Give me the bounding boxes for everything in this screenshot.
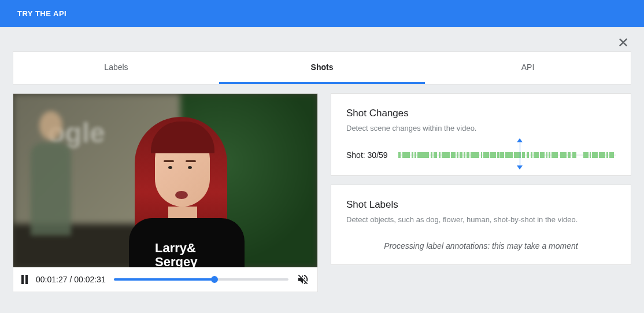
timeline-playhead[interactable]: [517, 138, 523, 170]
shot-segment: [499, 152, 504, 158]
shot-segment: [583, 152, 589, 158]
shot-segment: [414, 152, 416, 158]
shot-changes-desc: Detect scene changes within the video.: [346, 124, 616, 132]
tab-labels[interactable]: Labels: [13, 52, 219, 84]
shot-changes-title: Shot Changes: [346, 108, 616, 119]
shot-segment: [402, 152, 410, 158]
shot-segment: [572, 152, 577, 158]
shot-counter: Shot: 30/59: [346, 150, 388, 160]
shot-segment: [439, 152, 441, 158]
background-person: [25, 111, 77, 250]
shirt-text: Larry& Sergey: [155, 241, 197, 267]
shot-timeline-row: Shot: 30/59: [346, 149, 616, 161]
content-area: ogle Larry& Sergey: [13, 93, 631, 292]
duration: 00:02:31: [74, 275, 106, 284]
close-button[interactable]: ✕: [617, 35, 629, 51]
tab-shots[interactable]: Shots: [219, 52, 425, 84]
shot-segment: [568, 152, 571, 158]
progress-fill: [114, 278, 214, 281]
shot-segment: [606, 152, 608, 158]
shot-segment: [434, 152, 437, 158]
mute-button[interactable]: [297, 273, 309, 286]
shot-segment: [609, 152, 614, 158]
shot-timeline[interactable]: [398, 149, 616, 161]
shot-segment: [546, 152, 548, 158]
video-controls: 00:01:27 / 00:02:31: [13, 267, 317, 292]
shot-segment: [398, 152, 401, 158]
shot-labels-desc: Detect objects, such as dog, flower, hum…: [346, 215, 616, 224]
shot-segment: [531, 152, 532, 158]
shot-changes-panel: Shot Changes Detect scene changes within…: [331, 93, 631, 176]
tab-bar: Labels Shots API: [13, 51, 631, 84]
progress-bar[interactable]: [114, 278, 288, 281]
close-icon: ✕: [617, 35, 629, 50]
shot-segment: [471, 152, 479, 158]
volume-off-icon: [298, 275, 308, 285]
shot-segment: [467, 152, 470, 158]
shot-segment: [483, 152, 488, 158]
shot-segment: [552, 152, 558, 158]
shot-segment: [442, 152, 450, 158]
progress-thumb[interactable]: [211, 276, 218, 283]
shot-segment: [534, 152, 539, 158]
shot-segment: [412, 152, 413, 158]
shot-segment: [497, 152, 499, 158]
shot-segment: [592, 152, 597, 158]
shot-segment: [457, 152, 458, 158]
shot-segment: [560, 152, 567, 158]
tab-api[interactable]: API: [425, 52, 631, 84]
shot-segment: [451, 152, 456, 158]
shot-segment: [490, 152, 496, 158]
shot-segment: [505, 152, 513, 158]
shot-segment: [481, 152, 483, 158]
shot-segment: [590, 152, 591, 158]
foreground-person: Larry& Sergey: [106, 105, 256, 267]
pause-icon: [21, 275, 24, 284]
results-column: Shot Changes Detect scene changes within…: [331, 93, 631, 292]
current-time: 00:01:27: [36, 275, 68, 284]
video-frame[interactable]: ogle Larry& Sergey: [13, 94, 317, 267]
shot-segment: [460, 152, 463, 158]
time-display: 00:01:27 / 00:02:31: [36, 275, 106, 284]
chevron-down-icon: [517, 165, 523, 170]
video-panel: ogle Larry& Sergey: [13, 93, 318, 292]
shot-segment: [540, 152, 545, 158]
shot-segment: [464, 152, 465, 158]
shot-labels-title: Shot Labels: [346, 199, 616, 211]
shot-segment: [549, 152, 550, 158]
header-bar: TRY THE API: [0, 0, 644, 27]
shot-segment: [527, 152, 530, 158]
processing-message: Processing label annotations: this may t…: [346, 241, 616, 251]
header-title: TRY THE API: [17, 9, 66, 18]
shot-labels-panel: Shot Labels Detect objects, such as dog,…: [331, 185, 631, 265]
shot-segment: [417, 152, 429, 158]
shot-segment: [599, 152, 605, 158]
pause-button[interactable]: [21, 275, 28, 284]
shot-segment: [431, 152, 432, 158]
